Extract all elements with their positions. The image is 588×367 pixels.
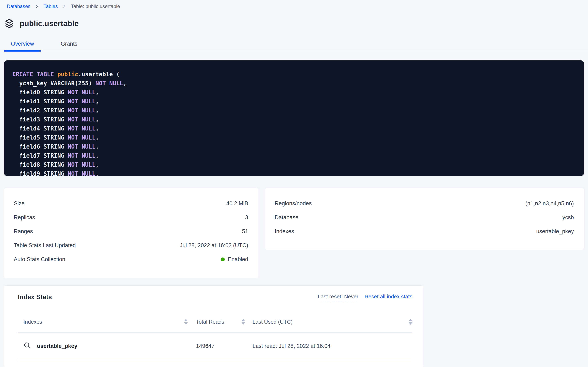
stack-icon: [4, 18, 14, 29]
last-used-value: Last read: Jul 28, 2022 at 16:04: [252, 343, 412, 349]
search-icon: [24, 342, 31, 350]
stat-row-regions: Regions/nodes (n1,n2,n3,n4,n5,n6): [275, 196, 574, 210]
index-stats-card: Index Stats Last reset: Never Reset all …: [4, 285, 423, 367]
sort-arrows-icon[interactable]: [409, 319, 412, 325]
breadcrumb-link-tables[interactable]: Tables: [43, 3, 58, 9]
stat-row-replicas: Replicas 3: [14, 210, 248, 224]
sort-arrows-icon[interactable]: [241, 319, 245, 325]
index-table-header: Indexes Total Reads Last Used (UTC): [18, 314, 412, 330]
reset-all-index-stats-link[interactable]: Reset all index stats: [364, 293, 412, 300]
index-stats-header: Index Stats Last reset: Never Reset all …: [18, 293, 412, 302]
chevron-right-icon: [35, 4, 39, 8]
page-title: public.usertable: [20, 19, 79, 28]
column-header-last-used[interactable]: Last Used (UTC): [252, 319, 412, 325]
tab-bar: Overview Grants: [0, 39, 588, 51]
stat-label: Indexes: [275, 228, 294, 235]
create-table-statement[interactable]: CREATE TABLE public.usertable ( ycsb_key…: [4, 60, 584, 176]
status-dot-enabled: [221, 258, 225, 261]
table-row: usertable_pkey 149647 Last read: Jul 28,…: [18, 333, 412, 360]
stat-value: Jul 28, 2022 at 16:02 (UTC): [180, 242, 248, 249]
stat-value: ycsb: [562, 214, 574, 221]
stat-row-auto-stats: Auto Stats Collection Enabled: [14, 252, 248, 266]
breadcrumb-current: Table: public.usertable: [71, 3, 120, 9]
stat-value: usertable_pkey: [536, 228, 574, 235]
status-text: Enabled: [228, 256, 248, 263]
stat-value: Enabled: [221, 256, 248, 263]
column-label: Total Reads: [196, 319, 224, 325]
index-stats-title: Index Stats: [18, 293, 52, 301]
stat-value: 40.2 MiB: [226, 200, 248, 207]
column-header-total-reads[interactable]: Total Reads: [196, 319, 252, 325]
tab-grants[interactable]: Grants: [54, 39, 85, 51]
stat-label: Database: [275, 214, 298, 221]
breadcrumb: Databases Tables Table: public.usertable: [0, 0, 588, 10]
stat-label: Table Stats Last Updated: [14, 242, 76, 249]
stat-label: Regions/nodes: [275, 200, 312, 207]
table-details-card: Size 40.2 MiB Replicas 3 Ranges 51 Table…: [4, 188, 258, 278]
stat-row-database: Database ycsb: [275, 210, 574, 224]
stat-label: Size: [14, 200, 25, 207]
column-header-indexes[interactable]: Indexes: [24, 319, 196, 325]
last-reset-label: Last reset: Never: [318, 293, 358, 302]
stat-row-indexes: Indexes usertable_pkey: [275, 224, 574, 238]
breadcrumb-link-databases[interactable]: Databases: [7, 3, 30, 9]
index-name-link[interactable]: usertable_pkey: [37, 343, 77, 349]
stat-value: 51: [242, 228, 248, 235]
table-location-card: Regions/nodes (n1,n2,n3,n4,n5,n6) Databa…: [265, 188, 584, 250]
stat-label: Ranges: [14, 228, 33, 235]
sort-arrows-icon[interactable]: [184, 319, 188, 325]
stat-row-size: Size 40.2 MiB: [14, 196, 248, 210]
divider: [18, 360, 412, 360]
stat-value: (n1,n2,n3,n4,n5,n6): [525, 200, 574, 207]
summary-cards: Size 40.2 MiB Replicas 3 Ranges 51 Table…: [4, 188, 584, 278]
column-label: Last Used (UTC): [252, 319, 293, 325]
page-header: public.usertable: [4, 18, 588, 29]
stat-row-stats-updated: Table Stats Last Updated Jul 28, 2022 at…: [14, 238, 248, 252]
stat-value: 3: [245, 214, 248, 221]
stat-label: Auto Stats Collection: [14, 256, 65, 263]
tab-overview[interactable]: Overview: [4, 39, 41, 51]
stat-row-ranges: Ranges 51: [14, 224, 248, 238]
column-label: Indexes: [24, 319, 42, 325]
total-reads-value: 149647: [196, 343, 252, 349]
chevron-right-icon: [62, 4, 66, 8]
index-stats-controls: Last reset: Never Reset all index stats: [318, 293, 412, 302]
stat-label: Replicas: [14, 214, 35, 221]
